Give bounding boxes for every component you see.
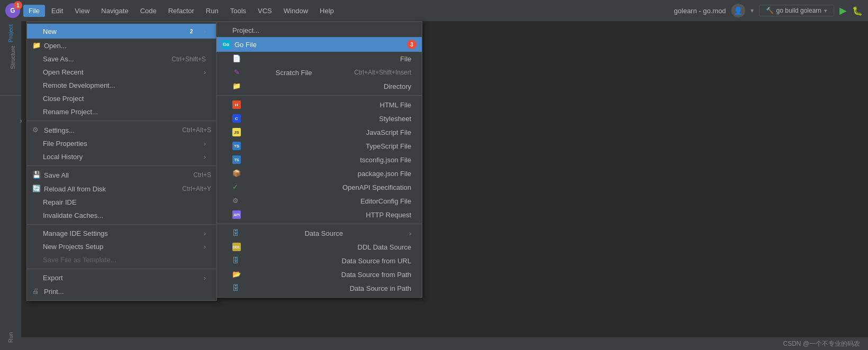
file-properties-arrow-icon: › bbox=[204, 140, 206, 148]
css-icon: C bbox=[232, 114, 241, 123]
menu-bar: File Edit View Navigate Code Refactor Ru… bbox=[23, 5, 339, 17]
menu-rename-project[interactable]: Rename Project... bbox=[27, 105, 216, 118]
menu-window[interactable]: Window bbox=[278, 5, 313, 17]
submenu-openapi[interactable]: ✓ OpenAPI Specification bbox=[216, 180, 422, 194]
submenu-editorconfig[interactable]: ⚙ EditorConfig File bbox=[216, 194, 422, 208]
run-icon[interactable]: ▶ bbox=[839, 5, 847, 16]
menu-repair-ide[interactable]: Repair IDE bbox=[27, 196, 216, 209]
menu-view[interactable]: View bbox=[69, 5, 95, 17]
submenu-divider-2 bbox=[216, 224, 422, 224]
submenu-package-json[interactable]: 📦 package.json File bbox=[216, 167, 422, 180]
title-bar: G 1 File Edit View Navigate Code Refacto… bbox=[0, 0, 868, 21]
menu-save-as[interactable]: Save As... Ctrl+Shift+S bbox=[27, 52, 216, 66]
submenu-file[interactable]: 📄 File bbox=[216, 52, 422, 66]
user-icon[interactable]: 👤 bbox=[731, 4, 745, 17]
menu-reload[interactable]: 🔄 Reload All from Disk Ctrl+Alt+Y bbox=[27, 182, 216, 196]
db-icon: 🗄 bbox=[232, 229, 241, 237]
menu-edit[interactable]: Edit bbox=[46, 5, 68, 17]
menu-export-label: Export bbox=[43, 274, 63, 282]
submenu-data-source-in-path-label: Data Source in Path bbox=[350, 284, 411, 292]
submenu-go-file[interactable]: Go Go File 3 bbox=[216, 37, 422, 52]
menu-print[interactable]: 🖨 Print... bbox=[27, 284, 216, 298]
menu-invalidate-caches-label: Invalidate Caches... bbox=[43, 211, 103, 219]
status-bar: CSDN @一个不专业的码农 bbox=[0, 337, 868, 350]
divider-4 bbox=[27, 269, 216, 269]
openapi-icon: ✓ bbox=[232, 183, 241, 191]
menu-new-right: 2 › bbox=[184, 26, 206, 36]
new-submenu: Project... Go Go File 3 📄 File ✎ Scratch… bbox=[216, 21, 422, 298]
menu-open-recent[interactable]: Open Recent › bbox=[27, 66, 216, 79]
reload-icon: 🔄 bbox=[32, 185, 41, 193]
menu-new-projects-setup-label: New Projects Setup bbox=[43, 243, 103, 251]
menu-vcs[interactable]: VCS bbox=[252, 5, 277, 17]
menu-save-all[interactable]: 💾 Save All Ctrl+S bbox=[27, 168, 216, 182]
build-button[interactable]: 🔨 go build golearn ▾ bbox=[759, 5, 834, 16]
submenu-data-source-in-path[interactable]: 🗄 Data Source in Path bbox=[216, 281, 422, 295]
scratch-icon: ✎ bbox=[232, 68, 241, 77]
submenu-stylesheet[interactable]: C Stylesheet bbox=[216, 112, 422, 125]
ddl-icon: DDL bbox=[232, 243, 241, 251]
submenu-data-source-url[interactable]: 🗄 Data Source from URL bbox=[216, 254, 422, 268]
submenu-ts-file[interactable]: TS TypeScript File bbox=[216, 139, 422, 153]
submenu-scratch-file[interactable]: ✎ Scratch File Ctrl+Alt+Shift+Insert bbox=[216, 66, 422, 79]
db-path-icon: 📂 bbox=[232, 270, 241, 279]
submenu-directory-label: Directory bbox=[384, 82, 411, 90]
submenu-project-label: Project... bbox=[232, 26, 259, 34]
sidebar-tab-run[interactable]: Run bbox=[1, 328, 20, 347]
menu-save-all-shortcut: Ctrl+S bbox=[193, 171, 211, 179]
menu-settings-shortcut: Ctrl+Alt+S bbox=[182, 126, 211, 134]
menu-save-template-label: Save File as Template... bbox=[43, 256, 116, 264]
menu-repair-ide-label: Repair IDE bbox=[43, 198, 77, 206]
sidebar-tab-structure[interactable]: Structure bbox=[3, 48, 22, 67]
menu-navigate[interactable]: Navigate bbox=[96, 5, 133, 17]
submenu-ddl-data-source[interactable]: DDL DDL Data Source bbox=[216, 240, 422, 254]
debug-icon[interactable]: 🐛 bbox=[852, 6, 863, 16]
menu-manage-ide[interactable]: Manage IDE Settings › bbox=[27, 227, 216, 240]
menu-remote-dev[interactable]: Remote Development... bbox=[27, 79, 216, 92]
submenu-data-source[interactable]: 🗄 Data Source › bbox=[216, 226, 422, 240]
menu-file[interactable]: File bbox=[23, 5, 45, 17]
badge-1: 1 bbox=[14, 1, 22, 10]
menu-new-label: New bbox=[43, 27, 57, 35]
menu-run[interactable]: Run bbox=[201, 5, 224, 17]
html-icon: H bbox=[232, 100, 241, 109]
menu-refactor[interactable]: Refactor bbox=[163, 5, 200, 17]
menu-export[interactable]: Export › bbox=[27, 271, 216, 284]
submenu-http-request-label: HTTP Request bbox=[366, 211, 411, 219]
file-menu: New 2 › 📁 Open... Save As... Ctrl+Shift+… bbox=[26, 21, 217, 301]
menu-close-project[interactable]: Close Project bbox=[27, 92, 216, 105]
menu-local-history[interactable]: Local History › bbox=[27, 150, 216, 163]
manage-ide-arrow-icon: › bbox=[204, 229, 206, 237]
menu-new[interactable]: New 2 › bbox=[27, 24, 216, 39]
db-in-path-icon: 🗄 bbox=[232, 284, 241, 292]
menu-open[interactable]: 📁 Open... bbox=[27, 39, 216, 52]
submenu-http-request[interactable]: API HTTP Request bbox=[216, 208, 422, 222]
menu-file-properties[interactable]: File Properties › bbox=[27, 137, 216, 150]
file-icon: 📄 bbox=[232, 54, 241, 63]
submenu-go-file-label: Go File bbox=[234, 41, 257, 49]
submenu-js-file[interactable]: JS JavaScript File bbox=[216, 125, 422, 139]
menu-settings[interactable]: ⚙ Settings... Ctrl+Alt+S bbox=[27, 123, 216, 137]
submenu-directory[interactable]: 📁 Directory bbox=[216, 79, 422, 93]
build-dropdown-icon: ▾ bbox=[824, 7, 827, 14]
submenu-js-file-label: JavaScript File bbox=[366, 128, 411, 136]
submenu-project[interactable]: Project... bbox=[216, 24, 422, 37]
submenu-tsconfig[interactable]: TS tsconfig.json File bbox=[216, 153, 422, 167]
menu-help[interactable]: Help bbox=[314, 5, 339, 17]
submenu-ddl-data-source-label: DDL Data Source bbox=[358, 243, 411, 251]
sidebar-tab-project[interactable]: Project bbox=[1, 24, 20, 43]
open-recent-arrow-icon: › bbox=[204, 68, 206, 76]
menu-tools[interactable]: Tools bbox=[225, 5, 251, 17]
menu-new-projects-setup[interactable]: New Projects Setup › bbox=[27, 240, 216, 253]
menu-close-project-label: Close Project bbox=[43, 95, 84, 103]
badge-2: 2 bbox=[187, 26, 196, 36]
submenu-html-file[interactable]: H HTML File bbox=[216, 98, 422, 112]
menu-code[interactable]: Code bbox=[135, 5, 162, 17]
collapse-arrow[interactable]: › bbox=[20, 116, 22, 125]
submenu-tsconfig-label: tsconfig.json File bbox=[360, 156, 411, 164]
menu-invalidate-caches[interactable]: Invalidate Caches... bbox=[27, 209, 216, 222]
menu-reload-label: Reload All from Disk bbox=[44, 185, 106, 193]
user-dropdown-icon: ▾ bbox=[751, 7, 754, 14]
submenu-data-source-path[interactable]: 📂 Data Source from Path bbox=[216, 268, 422, 281]
gear-icon: ⚙ bbox=[32, 126, 41, 134]
